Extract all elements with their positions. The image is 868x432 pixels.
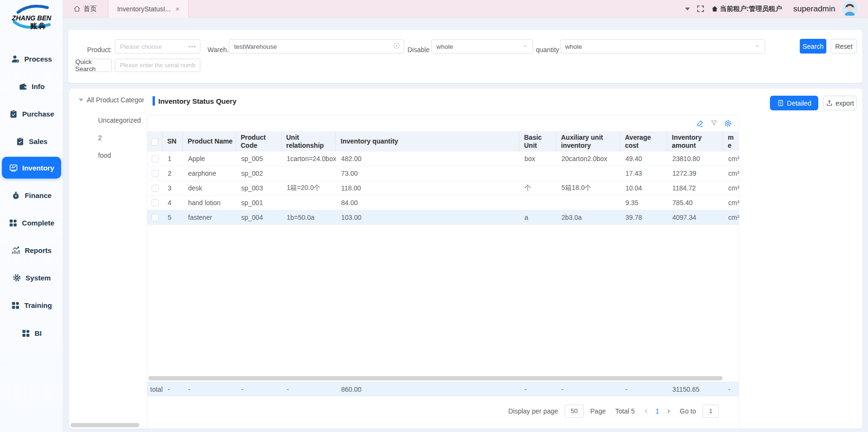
table-row[interactable]: 4 hand lotion sp_001 84.00 9.35 785.40 c… — [147, 196, 739, 210]
sidebar-item-reports[interactable]: Reports — [2, 239, 61, 261]
page-size-input[interactable] — [565, 405, 584, 418]
warehouse-input[interactable] — [234, 43, 391, 50]
current-page[interactable]: 1 — [654, 407, 660, 415]
total-auxiliary-unit: - — [556, 382, 620, 396]
product-select[interactable]: ••• — [115, 39, 200, 54]
next-page-button[interactable]: › — [667, 406, 670, 415]
row-checkbox[interactable] — [152, 170, 159, 177]
product-input[interactable] — [120, 43, 188, 50]
goto-label: Go to — [680, 407, 696, 415]
pagination: Display per page Page Total 5 ‹ 1 › Go t… — [147, 401, 739, 421]
cell-product-name: earphone — [183, 166, 236, 180]
product-label: Product: — [83, 43, 112, 57]
cell-sn: 2 — [163, 166, 183, 180]
title-accent-bar — [153, 96, 155, 106]
serial-input[interactable] — [120, 62, 195, 69]
table-toolbar — [147, 115, 739, 132]
warehouse-select[interactable] — [229, 39, 404, 54]
column-header-sn[interactable]: SN — [163, 132, 183, 152]
table-row[interactable]: 3 desk sp_003 1箱=20.0个 118.00 个 5箱18.0个 … — [147, 181, 739, 196]
column-header-product-name[interactable]: Product Name — [183, 132, 236, 152]
sidebar-item-finance[interactable]: Finance — [2, 184, 61, 206]
export-button[interactable]: export — [823, 96, 857, 110]
table-horizontal-scrollbar[interactable] — [148, 376, 723, 380]
cell-product-code: sp_004 — [236, 210, 281, 225]
tree-horizontal-scrollbar[interactable] — [71, 423, 139, 427]
quick-search-button[interactable]: Quick Search — [75, 59, 112, 72]
sidebar-item-info[interactable]: Info — [2, 75, 61, 97]
sidebar-item-training[interactable]: Training — [2, 294, 61, 316]
username[interactable]: superadmin — [793, 4, 835, 14]
cell-inventory-amount: 785.40 — [667, 196, 723, 210]
tree-item-food[interactable]: food — [98, 152, 111, 159]
sidebar-item-inventory[interactable]: Inventory — [2, 157, 61, 179]
disable-select[interactable]: whole — [431, 39, 533, 54]
table-row[interactable]: 2 earphone sp_002 73.00 17.43 1272.39 cm… — [147, 166, 739, 181]
row-checkbox[interactable] — [152, 214, 159, 221]
total-unit-relationship: - — [281, 382, 336, 396]
page-label: Page — [590, 407, 606, 415]
prev-page-button[interactable]: ‹ — [644, 406, 648, 415]
edit-icon[interactable] — [696, 119, 704, 127]
filter-icon[interactable] — [710, 119, 718, 127]
tab-close-icon[interactable]: × — [175, 5, 180, 12]
chart-icon — [9, 163, 18, 172]
goto-page-input[interactable] — [703, 405, 719, 418]
settings-icon[interactable] — [724, 119, 732, 127]
column-header-auxiliary-unit-inventory[interactable]: Auxiliary unit inventory — [556, 132, 620, 152]
column-header-inventory-amount[interactable]: Inventory amount — [667, 132, 723, 152]
avatar[interactable] — [842, 1, 858, 17]
clear-icon[interactable] — [393, 43, 400, 51]
clipboard-icon — [9, 109, 18, 118]
tree-caret-icon[interactable] — [79, 99, 83, 101]
home-nav[interactable]: 首页 — [73, 0, 97, 18]
column-header-inventory-quantity[interactable]: Inventory quantity — [336, 132, 519, 152]
tenant-label: 当前租户:管理员租户 — [720, 5, 782, 13]
topbar-right: 当前租户:管理员租户 superadmin — [685, 0, 858, 18]
tree-root-all-categories[interactable]: All Product Categor — [79, 96, 144, 104]
sidebar-item-process[interactable]: Process — [2, 48, 61, 70]
row-checkbox[interactable] — [152, 185, 159, 192]
filter-panel: Product: ••• Wareh... Disable ... whole … — [68, 30, 862, 83]
cell-inventory-amount: 1184.72 — [667, 181, 723, 195]
column-header-unit-relationship[interactable]: Unit relationship — [281, 132, 336, 152]
column-header-volume-unit[interactable]: volume unit — [723, 132, 740, 152]
cell-basic-unit — [519, 166, 556, 180]
sidebar-item-bi[interactable]: BI — [2, 322, 61, 344]
row-checkbox[interactable] — [152, 155, 159, 162]
cell-product-code: sp_003 — [236, 181, 281, 195]
detailed-button[interactable]: Detailed — [770, 96, 818, 110]
search-button[interactable]: Search — [800, 39, 826, 54]
cell-volume-unit: cm³ — [723, 210, 740, 225]
sidebar-item-system[interactable]: System — [2, 267, 61, 288]
tab-inventory-status[interactable]: InventoryStatusI... × — [108, 0, 189, 18]
column-header-product-code[interactable]: Product Code — [236, 132, 281, 152]
reset-button[interactable]: Reset — [831, 39, 857, 54]
cell-product-name: Apple — [183, 152, 236, 166]
row-checkbox[interactable] — [152, 199, 159, 207]
cell-product-name: desk — [183, 181, 236, 195]
sidebar-item-purchase[interactable]: Purchase — [2, 103, 61, 125]
sidebar-item-sales[interactable]: Sales — [2, 130, 61, 152]
serial-field[interactable] — [115, 59, 200, 72]
sidebar-item-label: Info — [32, 82, 45, 90]
tenant-info[interactable]: 当前租户:管理员租户 — [711, 5, 782, 13]
table-row-highlighted[interactable]: 5 fastener sp_004 1b=50.0a 103.00 a 2b3.… — [147, 210, 739, 225]
detailed-label: Detailed — [787, 99, 811, 107]
quantity-select[interactable]: whole — [560, 39, 765, 54]
sidebar-item-label: Finance — [25, 191, 52, 199]
chevron-down-icon[interactable] — [685, 8, 690, 10]
sidebar-item-label: Sales — [29, 137, 47, 145]
user-icon — [11, 54, 20, 63]
column-header-basic-unit[interactable]: Basic Unit — [519, 132, 556, 152]
select-all-checkbox[interactable] — [151, 138, 158, 145]
tree-item-2[interactable]: 2 — [98, 134, 102, 142]
tree-item-uncategorized[interactable]: Uncategorized — [98, 117, 141, 124]
table-row[interactable]: 1 Apple sp_005 1carton=24.0box 482.00 bo… — [147, 152, 739, 166]
sidebar-item-complete[interactable]: Complete — [2, 212, 61, 234]
cell-basic-unit: box — [519, 152, 556, 166]
fullscreen-icon[interactable] — [696, 5, 705, 13]
column-header-average-cost[interactable]: Average cost — [620, 132, 667, 152]
avatar-image — [842, 1, 858, 17]
cell-basic-unit: a — [519, 210, 556, 225]
